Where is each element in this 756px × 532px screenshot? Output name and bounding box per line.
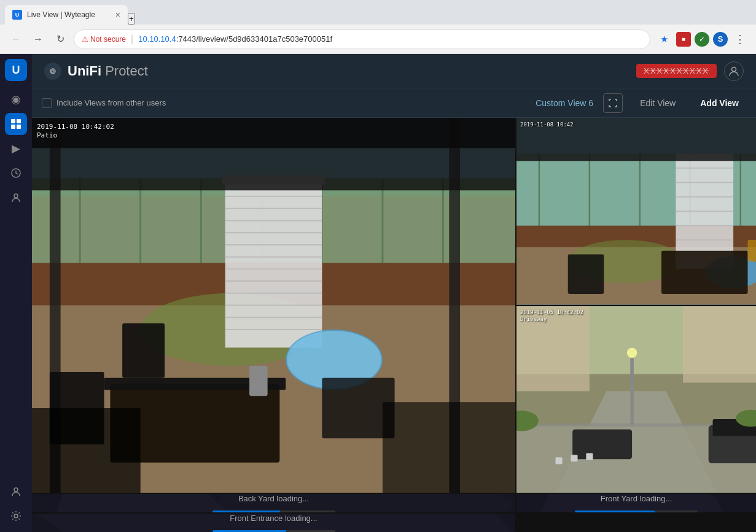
sidebar-icon-camera[interactable]: ◉ [5,88,27,110]
extension-s-icon[interactable]: S [713,32,728,47]
patio-camera-feed: 2019-11-08 10:42:02 Patio [32,118,515,493]
extension-red-icon[interactable]: ■ [676,32,691,47]
front-yard-progress-fill [575,511,655,512]
security-warning: Not secure [82,35,126,44]
front-yard-progress-bar [575,511,698,512]
second-cam-timestamp: 2019-11-08 10:42 [520,121,574,128]
svg-rect-74 [568,255,604,294]
sidebar-icon-grid[interactable] [5,113,27,135]
svg-rect-3 [17,125,21,129]
front-yard-loading-text: Front Yard loading... [601,494,672,503]
include-views-label: Include Views from other users [57,98,166,107]
app-sidebar: U ◉ ▶ [0,54,32,532]
toolbar-icons: ★ ■ ✓ S ⋮ [655,31,749,48]
front-entrance-camera-feed: Front Entrance loading... [32,514,515,532]
svg-point-97 [627,347,637,358]
browser-frame: U Live View | Wyteagle × + ← → ↻ Not sec… [0,0,756,532]
camera-grid: 2019-11-08 10:42:02 Patio [32,118,756,532]
svg-rect-51 [32,408,141,493]
svg-rect-75 [748,240,756,261]
driveway-camera-feed: 2019-11-05 10:42:02 Driveway [516,306,756,493]
svg-point-9 [52,70,54,72]
sidebar-icon-history[interactable] [5,162,27,184]
svg-rect-52 [383,402,515,493]
fullscreen-button[interactable] [603,93,623,113]
patio-timestamp: 2019-11-08 10:42:02 [37,123,114,131]
svg-point-5 [14,194,18,198]
patio-label: Patio [37,131,57,139]
svg-rect-47 [249,366,268,396]
tab-bar: U Live View | Wyteagle × + [0,0,756,25]
driveway-timestamp: 2019-11-05 10:42:02 [520,309,583,315]
new-tab-button[interactable]: + [128,13,135,25]
app-logo: UniFi Protect [44,63,148,80]
extension-green-icon[interactable]: ✓ [695,32,709,47]
svg-point-6 [14,488,18,492]
browser-toolbar: ← → ↻ Not secure | 10.10.10.4:7443/livev… [0,25,756,54]
main-area: UniFi Protect XXXXXXXXXX [32,54,756,532]
include-views-checkbox-label[interactable]: Include Views from other users [42,98,166,108]
svg-point-8 [50,69,55,74]
user-avatar-icon[interactable] [724,61,744,81]
sidebar-icon-users[interactable] [5,187,27,209]
back-yard-progress-fill [212,511,280,512]
svg-rect-96 [630,357,634,425]
svg-point-7 [14,514,18,518]
svg-rect-95 [572,429,632,458]
address-divider: | [131,34,133,45]
app-header: UniFi Protect XXXXXXXXXX [32,54,756,88]
tab-title: Live View | Wyteagle [27,10,111,19]
bookmark-button[interactable]: ★ [655,31,672,48]
svg-rect-1 [17,119,21,123]
camera-small-icon [44,63,61,80]
front-entrance-loading-text: Front Entrance loading... [230,514,317,523]
driveway-label: Driveway [520,316,547,322]
back-yard-camera-feed: Back Yard loading... [32,494,515,512]
active-tab[interactable]: U Live View | Wyteagle × [5,5,128,25]
tab-favicon: U [12,10,22,20]
svg-rect-73 [661,251,748,294]
browser-menu-button[interactable]: ⋮ [731,31,749,48]
current-view-name: Custom View 6 [536,98,593,108]
app-name: UniFi Protect [68,63,148,79]
svg-rect-101 [571,455,577,461]
include-views-checkbox[interactable] [42,98,52,108]
back-button[interactable]: ← [7,31,25,48]
add-view-button[interactable]: Add View [693,94,746,112]
svg-rect-49 [122,323,165,378]
back-yard-progress-bar [212,511,335,512]
forward-button[interactable]: → [29,31,47,48]
header-user-area: XXXXXXXXXX [636,61,744,81]
sidebar-icon-person[interactable] [5,480,27,503]
sidebar-icon-settings[interactable] [5,505,27,527]
svg-point-10 [732,67,736,71]
svg-rect-102 [586,453,593,460]
second-camera-feed: 2019-11-08 10:42 [516,118,756,305]
user-label: XXXXXXXXXX [636,64,717,78]
svg-rect-25 [225,179,322,348]
svg-rect-92 [683,306,756,383]
app-content: U ◉ ▶ [0,54,756,532]
back-yard-loading-text: Back Yard loading... [238,494,309,503]
sidebar-logo[interactable]: U [5,59,27,81]
address-bar[interactable]: Not secure | 10.10.10.4:7443/liveview/5d… [74,29,650,49]
reload-button[interactable]: ↻ [52,31,69,48]
close-tab-button[interactable]: × [115,10,120,20]
view-bar: Include Views from other users Custom Vi… [32,88,756,118]
front-yard-camera-feed: Front Yard loading... [516,494,756,512]
address-url: 10.10.10.4:7443/liveview/5d9d633401a7c50… [138,34,332,44]
svg-rect-0 [11,119,15,123]
edit-view-button[interactable]: Edit View [633,94,683,112]
svg-rect-2 [11,125,15,129]
sidebar-icon-play[interactable]: ▶ [5,137,27,160]
svg-rect-100 [556,457,563,464]
